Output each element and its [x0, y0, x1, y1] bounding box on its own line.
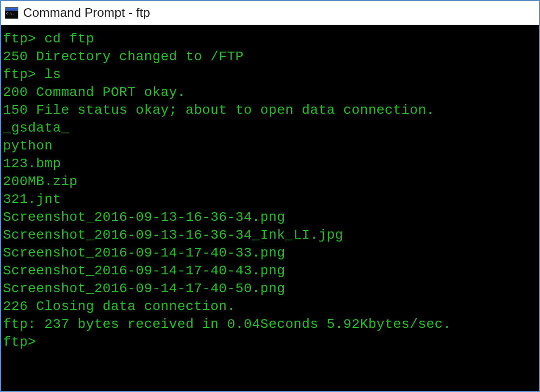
cmd-icon: C:\. — [5, 7, 18, 19]
window-title: Command Prompt - ftp — [23, 5, 150, 20]
terminal-area[interactable]: ftp> cd ftp 250 Directory changed to /FT… — [1, 25, 539, 391]
terminal-output: ftp> cd ftp 250 Directory changed to /FT… — [3, 30, 537, 351]
command-prompt-window: C:\. Command Prompt - ftp ftp> cd ftp 25… — [0, 0, 540, 392]
titlebar[interactable]: C:\. Command Prompt - ftp — [1, 1, 539, 25]
